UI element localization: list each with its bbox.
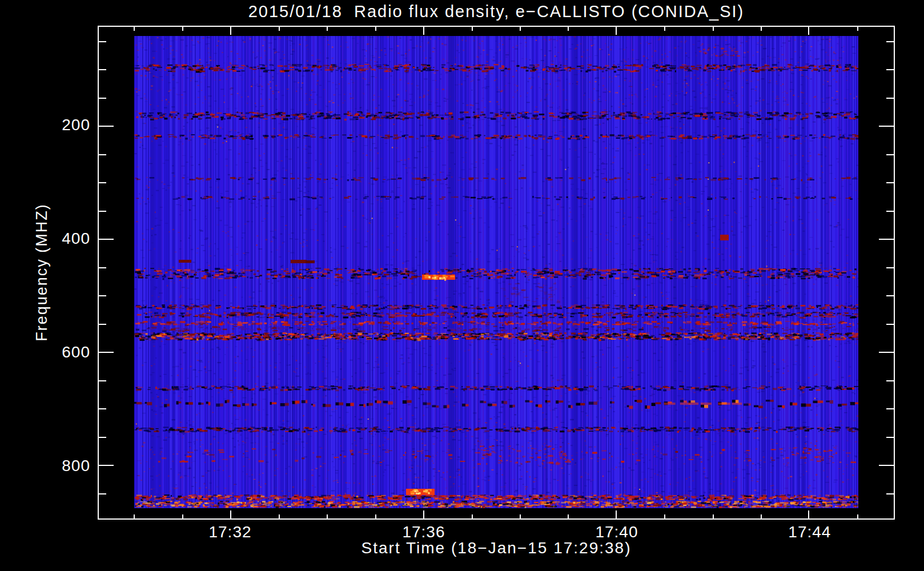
- x-minor-tick-mirror: [664, 27, 665, 31]
- y-minor-tick: [99, 295, 106, 296]
- y-minor-tick: [99, 41, 106, 42]
- y-minor-tick-mirror: [886, 295, 894, 296]
- x-minor-tick: [182, 514, 183, 518]
- callisto-spectrogram-page: 2015/01/18 Radio flux density, e−CALLIST…: [0, 0, 924, 571]
- x-minor-tick-mirror: [327, 27, 328, 31]
- x-minor-tick: [857, 514, 858, 518]
- x-major-tick: [616, 510, 617, 518]
- y-major-tick: [99, 352, 114, 353]
- x-minor-tick-mirror: [520, 27, 521, 31]
- y-minor-tick-mirror: [886, 408, 894, 409]
- x-minor-tick: [472, 514, 473, 518]
- y-minor-tick: [99, 98, 106, 99]
- x-minor-tick: [664, 514, 665, 518]
- x-minor-tick-mirror: [472, 27, 473, 31]
- chart-title: 2015/01/18 Radio flux density, e−CALLIST…: [248, 2, 745, 21]
- y-axis-title: Frequency (MHZ): [33, 203, 51, 341]
- y-minor-tick-mirror: [886, 324, 894, 325]
- x-minor-tick-mirror: [134, 27, 135, 31]
- y-minor-tick-mirror: [886, 98, 894, 99]
- y-minor-tick: [99, 493, 106, 494]
- y-major-tick: [99, 465, 114, 466]
- x-minor-tick: [279, 514, 280, 518]
- y-minor-tick: [99, 154, 106, 155]
- y-major-tick: [99, 126, 114, 127]
- y-major-tick-mirror: [879, 352, 894, 353]
- x-minor-tick: [520, 514, 521, 518]
- x-minor-tick: [761, 514, 762, 518]
- y-major-tick-mirror: [879, 465, 894, 466]
- y-minor-tick: [99, 267, 106, 268]
- y-minor-tick-mirror: [886, 267, 894, 268]
- x-tick-label: 17:44: [788, 523, 831, 541]
- y-major-tick-mirror: [879, 126, 894, 127]
- y-minor-tick-mirror: [886, 211, 894, 212]
- x-major-tick: [230, 510, 231, 518]
- y-minor-tick-mirror: [886, 154, 894, 155]
- y-tick-label: 600: [0, 343, 90, 361]
- x-major-tick-mirror: [423, 27, 424, 35]
- x-tick-label: 17:40: [595, 523, 638, 541]
- plot-area: [98, 26, 895, 520]
- spectrogram-image: [134, 36, 858, 508]
- y-minor-tick-mirror: [886, 41, 894, 42]
- x-minor-tick: [568, 514, 569, 518]
- y-minor-tick-mirror: [886, 380, 894, 381]
- y-minor-tick-mirror: [886, 437, 894, 438]
- x-minor-tick-mirror: [568, 27, 569, 31]
- x-minor-tick-mirror: [375, 27, 376, 31]
- y-minor-tick: [99, 69, 106, 70]
- y-tick-label: 200: [0, 116, 90, 134]
- x-major-tick-mirror: [230, 27, 231, 35]
- x-minor-tick: [327, 514, 328, 518]
- x-tick-label: 17:36: [402, 523, 445, 541]
- x-major-tick: [423, 510, 424, 518]
- x-minor-tick-mirror: [761, 27, 762, 31]
- y-minor-tick-mirror: [886, 182, 894, 183]
- x-major-tick: [808, 510, 809, 518]
- y-minor-tick: [99, 380, 106, 381]
- x-minor-tick-mirror: [857, 27, 858, 31]
- y-minor-tick: [99, 324, 106, 325]
- y-minor-tick-mirror: [886, 69, 894, 70]
- x-minor-tick: [713, 514, 714, 518]
- y-minor-tick: [99, 182, 106, 183]
- y-minor-tick: [99, 408, 106, 409]
- y-minor-tick-mirror: [886, 493, 894, 494]
- x-minor-tick: [375, 514, 376, 518]
- x-minor-tick: [134, 514, 135, 518]
- x-major-tick-mirror: [808, 27, 809, 35]
- y-tick-label: 400: [0, 230, 90, 248]
- x-tick-label: 17:32: [208, 523, 251, 541]
- x-major-tick-mirror: [616, 27, 617, 35]
- y-minor-tick: [99, 437, 106, 438]
- y-major-tick-mirror: [879, 239, 894, 240]
- y-tick-label: 800: [0, 457, 90, 475]
- x-minor-tick-mirror: [279, 27, 280, 31]
- x-axis-title: Start Time (18−Jan−15 17:29:38): [361, 539, 632, 557]
- y-major-tick: [99, 239, 114, 240]
- x-minor-tick-mirror: [182, 27, 183, 31]
- y-minor-tick: [99, 211, 106, 212]
- x-minor-tick-mirror: [713, 27, 714, 31]
